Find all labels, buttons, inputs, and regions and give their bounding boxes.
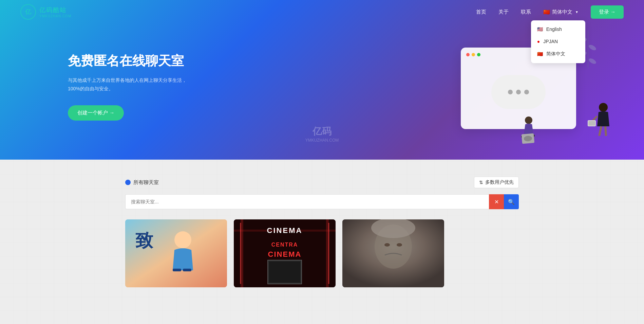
dot-yellow [472, 53, 475, 56]
svg-line-15 [605, 126, 606, 136]
search-input[interactable] [125, 194, 489, 209]
filter-left: 所有聊天室 [125, 179, 159, 186]
card-1-background: 致 [125, 219, 227, 287]
chat-bubble [491, 75, 546, 109]
chat-room-card-2[interactable]: CINEMA CENTRA CINEMA [234, 219, 336, 287]
search-row: ✕ 🔍 [125, 194, 519, 209]
bubble-dot-1 [508, 90, 513, 94]
nav-contact[interactable]: 联系 [521, 9, 531, 15]
search-icon: 🔍 [508, 199, 515, 205]
sort-label: 多数用户优先 [485, 179, 514, 185]
nav-about[interactable]: 关于 [498, 9, 509, 15]
flag-en: 🇺🇸 [537, 26, 543, 32]
svg-rect-28 [183, 269, 191, 271]
bubble-dot-2 [516, 90, 521, 94]
sort-arrows-icon: ⇅ [479, 180, 483, 185]
person-tablet-icon [586, 102, 620, 143]
sort-select[interactable]: ⇅ 多数用户优先 [474, 177, 519, 188]
cinema-illustration: CINEMA CENTRA CINEMA [234, 219, 336, 287]
cards-row: 致 [125, 219, 519, 287]
svg-line-14 [599, 126, 601, 136]
svg-rect-37 [269, 262, 300, 283]
filter-label: 所有聊天室 [133, 179, 159, 186]
logo-icon: 亿 [20, 4, 36, 20]
nav-home[interactable]: 首页 [476, 9, 486, 15]
lang-option-english[interactable]: 🇺🇸 English [531, 23, 585, 35]
hero-title: 免费匿名在线聊天室 [68, 53, 190, 69]
anime-illustration: 致 [125, 219, 227, 287]
lang-label-japan: JPJAN [543, 39, 558, 44]
nav-links: 首页 关于 联系 🇨🇳 简体中文 ▼ 🇺🇸 English ● JPJAN 🇨🇳… [476, 5, 624, 19]
figure-woman-laptop [515, 115, 542, 146]
hero-subtitle: 与其他成千上万来自世界各地的人在网上聊天分享生活，100%的自由与安全。 [68, 76, 190, 93]
svg-text:亿: 亿 [25, 8, 32, 15]
card-3-background [342, 219, 444, 287]
svg-rect-18 [588, 121, 595, 126]
svg-rect-45 [342, 219, 444, 287]
current-lang-label: 简体中文 [552, 9, 572, 15]
svg-text:CINEMA: CINEMA [268, 250, 302, 258]
svg-point-21 [588, 44, 596, 51]
svg-text:CENTRA: CENTRA [271, 242, 298, 248]
login-button[interactable]: 登录 → [591, 5, 624, 19]
search-button[interactable]: 🔍 [504, 194, 519, 209]
hero-content: 免费匿名在线聊天室 与其他成千上万来自世界各地的人在网上聊天分享生活，100%的… [0, 39, 190, 121]
svg-text:CINEMA: CINEMA [267, 226, 303, 235]
watermark-sub: YMKUZHAN.COM [305, 138, 339, 143]
lang-label-chinese: 简体中文 [546, 51, 565, 57]
chat-room-card-1[interactable]: 致 [125, 219, 227, 287]
create-account-button[interactable]: 创建一个帐户 → [68, 105, 124, 121]
chat-rooms-section: 所有聊天室 ⇅ 多数用户优先 ✕ 🔍 [0, 160, 644, 324]
radio-all-rooms[interactable] [125, 180, 131, 185]
svg-point-13 [599, 103, 608, 112]
language-dropdown: 🇺🇸 English ● JPJAN 🇨🇳 简体中文 [531, 20, 585, 63]
svg-rect-27 [173, 269, 181, 271]
figure-man-tablet [586, 102, 620, 143]
chat-room-card-3[interactable] [342, 219, 444, 287]
svg-point-7 [525, 116, 532, 124]
chevron-down-icon: ▼ [575, 10, 579, 14]
lang-option-chinese[interactable]: 🇨🇳 简体中文 [531, 48, 585, 60]
einstein-portrait [342, 219, 444, 287]
lang-option-japan[interactable]: ● JPJAN [531, 35, 585, 48]
current-lang-flag: 🇨🇳 [543, 9, 550, 15]
svg-point-23 [588, 57, 596, 65]
bubble-dot-3 [524, 90, 529, 94]
logo-title: 亿码酷站 [39, 6, 71, 14]
dot-green [477, 53, 480, 56]
hero-illustration [434, 20, 624, 149]
clear-search-button[interactable]: ✕ [489, 194, 504, 209]
watermark-logo: 亿码 [312, 125, 332, 138]
flag-jp: ● [537, 39, 540, 44]
logo: 亿 亿码酷站 YMKUZHAN.COM [20, 4, 71, 20]
navbar: 亿 亿码酷站 YMKUZHAN.COM 首页 关于 联系 🇨🇳 简体中文 ▼ 🇺… [0, 0, 644, 24]
logo-subtitle: YMKUZHAN.COM [39, 14, 71, 18]
section-content: 所有聊天室 ⇅ 多数用户优先 ✕ 🔍 [118, 173, 526, 287]
dot-red [466, 53, 470, 56]
person-laptop-icon [515, 115, 542, 146]
watermark: 亿码 YMKUZHAN.COM [305, 125, 339, 143]
svg-point-26 [174, 231, 191, 248]
close-icon: ✕ [494, 199, 499, 205]
typing-dots [508, 90, 529, 94]
svg-text:致: 致 [135, 231, 154, 250]
filter-row: 所有聊天室 ⇅ 多数用户优先 [125, 173, 519, 188]
lang-label-english: English [546, 26, 562, 32]
language-selector[interactable]: 🇨🇳 简体中文 ▼ 🇺🇸 English ● JPJAN 🇨🇳 简体中文 [543, 9, 579, 15]
flag-cn: 🇨🇳 [537, 51, 543, 57]
card-2-background: CINEMA CENTRA CINEMA [234, 219, 336, 287]
